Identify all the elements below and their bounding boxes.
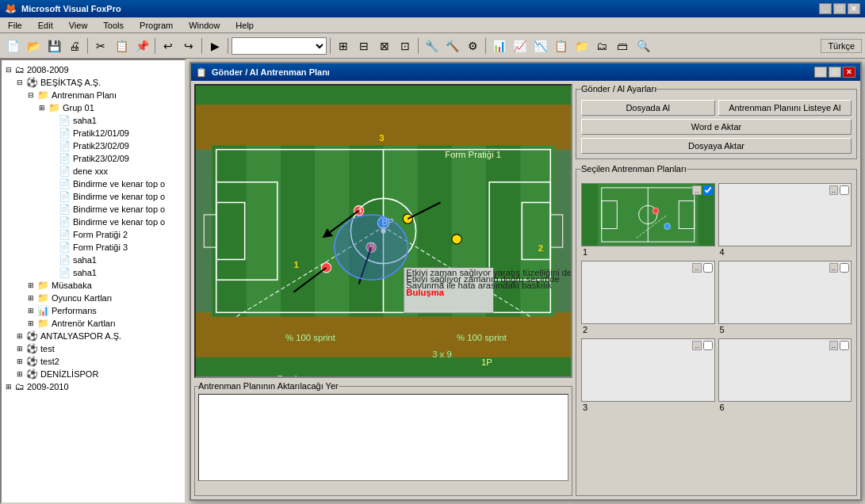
tb-btn15[interactable]: 🔍 [633,36,653,55]
plan-more-5[interactable]: .. [829,263,838,273]
tree-item-2009-2010[interactable]: ⊞🗂2009-2010 [2,380,185,393]
tree-item-saha1c[interactable]: 📄saha1 [2,266,185,279]
tree-item-pratik1[interactable]: 📄Pratik12/01/09 [2,127,185,139]
tree-expand-test2[interactable]: ⊞ [14,356,25,367]
cut-btn[interactable]: ✂ [91,36,110,55]
tree-item-antalya[interactable]: ⊞⚽ANTALYASPOR A.Ş. [2,330,185,342]
tb-btn6[interactable]: 🔨 [442,36,461,55]
tree-item-saha1b[interactable]: 📄saha1 [2,254,185,266]
plan-more-4[interactable]: .. [829,185,838,195]
tb-btn2[interactable]: ⊟ [354,36,373,55]
tb-btn8[interactable]: 📊 [489,36,508,55]
plan-more-1[interactable]: .. [692,185,701,195]
maximize-button[interactable]: □ [833,3,846,14]
plan-checkbox-2[interactable] [703,263,713,273]
tree-label-test: test [40,344,55,353]
tree-item-pratik2[interactable]: 📄Pratik23/02/09 [2,139,185,152]
tree-item-musabaka[interactable]: ⊞📁Müsabaka [2,279,185,292]
tree-item-antrenman[interactable]: ⊟📁Antrenman Planı [2,89,185,101]
svg-text:2: 2 [538,243,543,253]
copy-btn[interactable]: 📋 [112,36,131,55]
tree-item-form3[interactable]: 📄Form Pratiği 3 [2,241,185,254]
tb-btn4[interactable]: ⊡ [396,36,415,55]
tree-expand-antrenman[interactable]: ⊟ [25,90,36,101]
new-btn[interactable]: 📄 [3,36,22,55]
tree-expand-besiktas[interactable]: ⊟ [14,77,25,88]
plan-checkbox-5[interactable] [840,263,849,273]
export-textarea[interactable] [198,394,568,481]
tree-item-performans[interactable]: ⊞📊Performans [2,304,185,317]
tree-expand-denizli[interactable]: ⊞ [14,368,25,380]
tree-item-bind4[interactable]: 📄Bindirme ve kenar top o [2,216,185,228]
dosyaya-aktar-button[interactable]: Dosyaya Aktar [581,138,852,154]
plan-more-2[interactable]: .. [692,263,701,273]
print-btn[interactable]: 🖨 [65,36,84,55]
open-btn[interactable]: 📂 [24,36,43,55]
menu-window[interactable]: Window [184,19,224,32]
menu-file[interactable]: File [3,19,27,32]
tb-btn10[interactable]: 📉 [530,36,549,55]
tree-item-2008-2009[interactable]: ⊟🗂2008-2009 [2,63,185,76]
toolbar-combo[interactable] [232,37,327,55]
tree-item-grup01[interactable]: ⊞📁Grup 01 [2,101,185,114]
tree-item-besiktas[interactable]: ⊟⚽BEŞİKTAŞ A.Ş. [2,76,185,89]
tree-item-oyuncu[interactable]: ⊞📁Oyuncu Kartları [2,292,185,304]
tree-item-bind2[interactable]: 📄Bindirme ve kenar top o [2,190,185,203]
tree-item-test2[interactable]: ⊞⚽test2 [2,355,185,368]
minimize-button[interactable]: _ [819,3,832,14]
tree-expand-2009-2010[interactable]: ⊞ [3,381,14,392]
close-button[interactable]: ✕ [848,3,860,14]
menu-help[interactable]: Help [231,19,258,32]
tree-item-antrenor[interactable]: ⊞📁Antrenör Kartları [2,317,185,330]
dialog-minimize[interactable]: _ [814,67,827,78]
tb-btn12[interactable]: 📁 [572,36,591,55]
tree-expand-antrenor[interactable]: ⊞ [25,318,36,329]
tree-expand-musabaka[interactable]: ⊞ [25,280,36,291]
svg-text:4: 4 [358,205,362,215]
tree-expand-test[interactable]: ⊞ [14,343,25,354]
dialog-maximize[interactable]: □ [829,67,841,78]
word-aktar-button[interactable]: Word e Aktar [581,119,852,135]
tb-btn14[interactable]: 🗃 [613,36,632,55]
tree-item-saha1a[interactable]: 📄saha1 [2,114,185,127]
tb-btn13[interactable]: 🗂 [592,36,611,55]
tree-expand-2008-2009[interactable]: ⊟ [3,64,14,75]
run-btn[interactable]: ▶ [205,36,224,55]
tree-label-form2: Form Pratiği 2 [73,230,128,239]
plan-checkbox-4[interactable] [840,185,849,195]
undo-btn[interactable]: ↩ [159,36,178,55]
menu-edit[interactable]: Edit [33,19,58,32]
tb-btn3[interactable]: ⊠ [375,36,394,55]
plan-checkbox-6[interactable] [840,341,849,350]
tb-btn5[interactable]: 🔧 [422,36,441,55]
redo-btn[interactable]: ↪ [179,36,198,55]
left-panel-tree[interactable]: ⊟🗂2008-2009⊟⚽BEŞİKTAŞ A.Ş.⊟📁Antrenman Pl… [0,59,186,504]
tree-expand-antalya[interactable]: ⊞ [14,330,25,342]
save-btn[interactable]: 💾 [44,36,63,55]
tree-item-form2[interactable]: 📄Form Pratiği 2 [2,228,185,241]
tree-item-bind1[interactable]: 📄Bindirme ve kenar top o [2,178,185,190]
dialog-close[interactable]: ✕ [843,67,855,78]
plan-more-3[interactable]: .. [692,341,701,350]
tree-expand-oyuncu[interactable]: ⊞ [25,292,36,304]
plan-more-6[interactable]: .. [829,341,838,350]
tree-item-pratik3[interactable]: 📄Pratik23/02/09 [2,152,185,165]
plan-checkbox-3[interactable] [703,341,713,350]
tb-btn11[interactable]: 📋 [551,36,570,55]
tree-item-test[interactable]: ⊞⚽test [2,342,185,355]
tree-expand-performans[interactable]: ⊞ [25,305,36,316]
tb-btn1[interactable]: ⊞ [334,36,353,55]
tree-item-dene[interactable]: 📄dene xxx [2,165,185,178]
tb-btn9[interactable]: 📈 [510,36,529,55]
antrenman-listele-button[interactable]: Antrenman Planını Listeye Al [718,100,852,116]
dosyada-al-button[interactable]: Dosyada Al [581,100,715,116]
tree-item-denizli[interactable]: ⊞⚽DENİZLİSPOR [2,368,185,380]
tree-expand-grup01[interactable]: ⊞ [36,102,48,113]
menu-tools[interactable]: Tools [98,19,128,32]
plan-checkbox-1[interactable] [703,185,713,195]
tb-btn7[interactable]: ⚙ [463,36,482,55]
menu-view[interactable]: View [64,19,93,32]
tree-item-bind3[interactable]: 📄Bindirme ve kenar top o [2,203,185,216]
menu-program[interactable]: Program [135,19,178,32]
paste-btn[interactable]: 📌 [132,36,151,55]
